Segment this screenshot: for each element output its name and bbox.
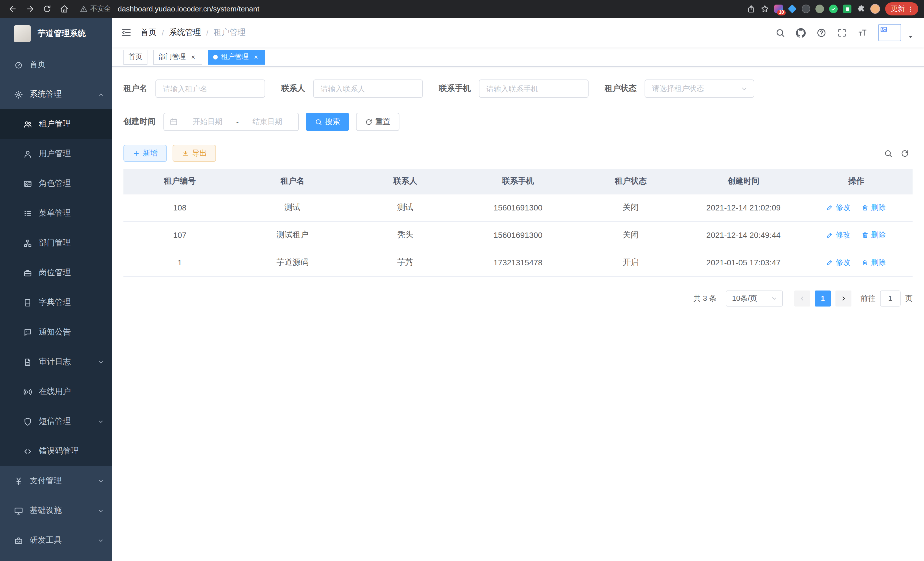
- search-button[interactable]: 搜索: [306, 113, 349, 131]
- chevron-down-icon: [98, 537, 104, 544]
- status-cell: 开启: [574, 249, 687, 276]
- next-page-button[interactable]: [836, 290, 851, 306]
- monitor-icon: [14, 506, 23, 515]
- delete-button[interactable]: 删除: [862, 202, 886, 213]
- tag-tenant-management[interactable]: 租户管理 ×: [208, 50, 265, 64]
- share-button[interactable]: [747, 5, 755, 13]
- github-button[interactable]: [796, 28, 806, 38]
- hamburger-icon: [121, 27, 131, 38]
- home-button[interactable]: [57, 2, 71, 16]
- goto-page-input[interactable]: [880, 290, 901, 306]
- font-size-button[interactable]: [858, 28, 867, 38]
- extension-green-square-icon[interactable]: [843, 5, 851, 13]
- tag-dept-management[interactable]: 部门管理 ×: [153, 50, 202, 64]
- filter-form-row-1: 租户名 联系人 联系手机 租户状态 请选择租户状态: [123, 80, 913, 98]
- tags-view: 首页 部门管理 × 租户管理 ×: [112, 47, 924, 67]
- add-button[interactable]: 新增: [123, 145, 167, 162]
- extensions-puzzle-button[interactable]: [856, 5, 865, 13]
- site-security-indicator[interactable]: 不安全: [80, 4, 111, 14]
- header-search-button[interactable]: [776, 28, 785, 38]
- toggle-search-button[interactable]: [884, 149, 892, 158]
- fullscreen-button[interactable]: [837, 28, 847, 38]
- list-icon: [23, 209, 32, 218]
- reset-button[interactable]: 重置: [356, 113, 399, 131]
- sidebar-item-notice[interactable]: 通知公告: [0, 317, 112, 347]
- navbar-actions: [776, 24, 924, 41]
- edit-button[interactable]: 修改: [826, 257, 850, 268]
- sidebar-item-role-management[interactable]: 角色管理: [0, 169, 112, 199]
- start-date-placeholder[interactable]: 开始日期: [182, 117, 233, 127]
- sidebar-toggle-button[interactable]: [112, 18, 141, 47]
- page-number-button[interactable]: 1: [815, 290, 831, 306]
- chevron-down-icon: [98, 359, 104, 365]
- sidebar-item-post-management[interactable]: 岗位管理: [0, 258, 112, 288]
- sidebar-item-payment-management[interactable]: 支付管理: [0, 466, 112, 496]
- mobile-input[interactable]: [479, 80, 589, 98]
- breadcrumb-item-tenant: 租户管理: [214, 27, 246, 38]
- sidebar-item-user-management[interactable]: 用户管理: [0, 139, 112, 169]
- delete-button[interactable]: 删除: [862, 257, 886, 268]
- page-size-select[interactable]: 10条/页: [726, 290, 783, 306]
- sidebar-item-dept-management[interactable]: 部门管理: [0, 228, 112, 258]
- prev-page-button[interactable]: [794, 290, 810, 306]
- search-icon: [776, 28, 785, 38]
- edit-button[interactable]: 修改: [826, 230, 850, 240]
- org-tree-icon: [23, 239, 32, 247]
- chevron-up-icon: [98, 91, 104, 98]
- extension-green-circle-icon[interactable]: [829, 5, 838, 13]
- delete-button[interactable]: 删除: [862, 230, 886, 240]
- reload-button[interactable]: [40, 2, 54, 16]
- column-header-status: 租户状态: [574, 169, 687, 194]
- help-button[interactable]: [817, 28, 826, 38]
- avatar-dropdown-caret[interactable]: [908, 33, 914, 40]
- font-size-icon: [858, 28, 867, 38]
- download-icon: [182, 150, 189, 157]
- tag-home[interactable]: 首页: [123, 50, 147, 64]
- extension-dark-icon[interactable]: [802, 5, 810, 13]
- tenant-name-input[interactable]: [155, 80, 265, 98]
- extension-olive-icon[interactable]: [815, 5, 824, 13]
- extension-blue-icon[interactable]: [788, 5, 796, 13]
- sidebar-item-system-management[interactable]: 系统管理: [0, 80, 112, 109]
- browser-profile-avatar[interactable]: [870, 4, 880, 14]
- status-select[interactable]: 请选择租户状态: [645, 80, 754, 98]
- app-logo[interactable]: 芋道管理系统: [0, 18, 112, 50]
- overflow-menu-dots-icon: [907, 5, 914, 12]
- user-avatar[interactable]: [878, 24, 901, 41]
- search-icon: [315, 118, 322, 126]
- table-header-row: 租户编号 租户名 联系人 联系手机 租户状态 创建时间 操作: [123, 169, 913, 194]
- address-bar[interactable]: dashboard.yudao.iocoder.cn/system/tenant: [118, 5, 741, 13]
- sidebar-item-sms-management[interactable]: 短信管理: [0, 407, 112, 436]
- pagination: 共 3 条 10条/页 1 前往 页: [123, 290, 913, 306]
- breadcrumb-item-home[interactable]: 首页: [141, 27, 157, 38]
- sidebar-item-dev-tools[interactable]: 研发工具: [0, 526, 112, 555]
- refresh-table-button[interactable]: [901, 149, 909, 158]
- sidebar-item-audit-log[interactable]: 审计日志: [0, 347, 112, 377]
- bookmark-star-button[interactable]: [760, 5, 769, 13]
- sidebar-item-dict-management[interactable]: 字典管理: [0, 288, 112, 317]
- export-button[interactable]: 导出: [172, 145, 216, 162]
- sidebar-item-tenant-management[interactable]: 租户管理: [0, 109, 112, 139]
- sidebar-item-online-users[interactable]: 在线用户: [0, 377, 112, 407]
- close-icon[interactable]: ×: [252, 53, 260, 61]
- forward-button[interactable]: [23, 2, 37, 16]
- id-card-icon: [23, 179, 32, 188]
- chevron-down-icon: [741, 85, 748, 92]
- contact-input[interactable]: [313, 80, 423, 98]
- back-button[interactable]: [6, 2, 20, 16]
- column-header-id: 租户编号: [123, 169, 236, 194]
- update-button[interactable]: 更新: [885, 2, 918, 15]
- users-icon: [23, 120, 32, 128]
- sidebar-item-error-code-management[interactable]: 错误码管理: [0, 436, 112, 466]
- end-date-placeholder[interactable]: 结束日期: [242, 117, 292, 127]
- close-icon[interactable]: ×: [189, 53, 197, 61]
- range-separator: -: [233, 117, 242, 126]
- create-time-range-picker[interactable]: 开始日期 - 结束日期: [164, 113, 299, 131]
- sidebar-item-menu-management[interactable]: 菜单管理: [0, 199, 112, 228]
- sidebar-item-infrastructure[interactable]: 基础设施: [0, 496, 112, 526]
- sidebar-item-home[interactable]: 首页: [0, 50, 112, 80]
- edit-button[interactable]: 修改: [826, 202, 850, 213]
- page-content: 租户名 联系人 联系手机 租户状态 请选择租户状态: [112, 67, 924, 561]
- table-toolbar: 新增 导出: [123, 145, 913, 162]
- extension-colorful-icon[interactable]: 10: [774, 5, 783, 13]
